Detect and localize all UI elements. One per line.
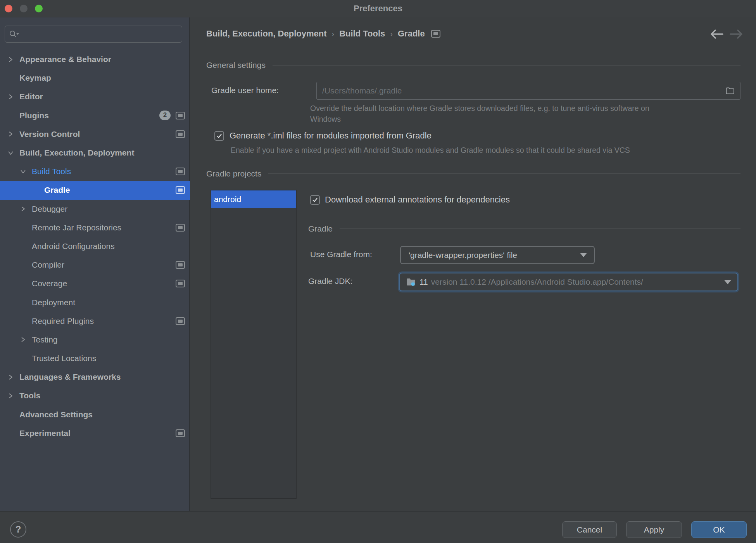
plugins-count-badge: 2 [159,111,171,120]
back-arrow-icon[interactable] [709,28,724,40]
section-rule [268,173,740,174]
sidebar-item-label: Debugger [32,204,67,214]
sidebar-item-experimental[interactable]: Experimental [0,424,190,443]
sidebar-item-compiler[interactable]: Compiler [0,256,190,274]
jdk-folder-icon [406,277,416,287]
use-gradle-from-select[interactable]: 'gradle-wrapper.properties' file [400,246,595,264]
sidebar-item-label: Version Control [19,130,80,139]
chevron-down-icon[interactable] [20,169,32,175]
gradle-user-home-field[interactable] [316,82,740,100]
sidebar-item-label: Coverage [32,279,67,288]
download-annotations-checkbox[interactable] [310,195,320,205]
checkmark-icon [216,133,222,139]
sidebar-item-build-execution-deployment[interactable]: Build, Execution, Deployment [0,144,190,162]
help-button[interactable]: ? [10,521,26,538]
zoom-window-icon[interactable] [35,5,43,12]
sidebar-item-version-control[interactable]: Version Control [0,125,190,144]
gradle-user-home-help-line2: Windows [310,115,341,124]
gradle-jdk-label: Gradle JDK: [308,277,352,286]
sidebar-item-testing[interactable]: Testing [0,330,190,349]
forward-arrow-icon[interactable] [729,28,744,40]
sidebar-item-keymap[interactable]: Keymap [0,69,190,87]
download-annotations-label[interactable]: Download external annotations for depend… [325,195,510,205]
chevron-right-icon[interactable] [8,94,19,100]
cancel-button-label: Cancel [577,525,602,534]
sidebar-item-editor[interactable]: Editor [0,87,190,106]
gradle-user-home-help-line1: Override the default location where Grad… [310,104,649,113]
chevron-right-icon[interactable] [8,131,19,137]
chevron-down-icon [724,280,731,284]
sidebar-item-build-tools[interactable]: Build Tools [0,162,190,181]
sidebar-item-trusted-locations[interactable]: Trusted Locations [0,349,190,368]
chevron-right-icon[interactable] [8,57,19,62]
sidebar-item-label: Appearance & Behavior [19,55,111,64]
gradle-jdk-version: 11 [419,277,428,287]
cancel-button[interactable]: Cancel [562,521,617,538]
minimize-window-icon[interactable] [20,5,28,12]
titlebar: Preferences [0,0,756,17]
sidebar-item-label: Testing [32,335,58,344]
search-icon[interactable] [9,30,19,38]
sidebar-item-label: Tools [19,391,40,400]
settings-window-icon [431,30,440,38]
settings-window-icon [176,130,185,138]
section-title: Gradle projects [206,169,261,178]
ok-button[interactable]: OK [691,521,747,538]
help-button-label: ? [16,524,21,535]
sidebar-item-required-plugins[interactable]: Required Plugins [0,312,190,330]
generate-iml-label[interactable]: Generate *.iml files for modules importe… [230,131,432,141]
traffic-lights [5,5,43,12]
close-window-icon[interactable] [5,5,12,12]
sidebar-item-label: Gradle [44,185,70,195]
section-rule [340,228,740,229]
sidebar-item-label: Experimental [19,429,71,438]
chevron-right-icon[interactable] [8,393,19,399]
section-title: Gradle [308,224,333,233]
chevron-down-icon [580,253,587,257]
gradle-projects-list[interactable]: android [211,190,297,499]
footer-divider [0,511,756,512]
breadcrumb-item-build-tools[interactable]: Build Tools [339,29,385,39]
use-gradle-from-label: Use Gradle from: [310,250,372,259]
settings-search-field[interactable] [5,26,182,43]
section-gradle-projects: Gradle projects [206,169,740,178]
sidebar-item-advanced-settings[interactable]: Advanced Settings [0,405,190,424]
sidebar-item-label: Languages & Frameworks [19,372,121,382]
folder-icon[interactable] [726,87,735,95]
sidebar-item-label: Keymap [19,73,51,83]
chevron-down-icon[interactable] [8,150,19,156]
project-list-item-android[interactable]: android [211,190,296,208]
gradle-user-home-input[interactable] [322,86,726,95]
sidebar-item-deployment[interactable]: Deployment [0,293,190,311]
sidebar-item-label: Build, Execution, Deployment [19,148,134,157]
chevron-right-icon[interactable] [20,337,32,342]
apply-button-label: Apply [644,525,665,534]
settings-tree: Appearance & BehaviorKeymapEditorPlugins… [0,50,190,443]
section-gradle: Gradle [308,224,740,233]
sidebar-item-remote-jar-repositories[interactable]: Remote Jar Repositories [0,218,190,237]
chevron-right-icon[interactable] [20,206,32,212]
apply-button[interactable]: Apply [626,521,682,538]
search-input[interactable] [22,29,182,39]
breadcrumb-item-gradle[interactable]: Gradle [398,29,425,39]
breadcrumb-separator: › [385,29,398,38]
sidebar-item-debugger[interactable]: Debugger [0,200,190,218]
sidebar-item-label: Deployment [32,298,75,307]
settings-window-icon [176,112,185,119]
sidebar-item-plugins[interactable]: Plugins2 [0,106,190,125]
sidebar-item-appearance-behavior[interactable]: Appearance & Behavior [0,50,190,69]
gradle-jdk-select[interactable]: 11 version 11.0.12 /Applications/Android… [399,273,738,291]
sidebar-item-label: Plugins [19,111,49,120]
sidebar-item-gradle[interactable]: Gradle [0,181,190,199]
chevron-right-icon[interactable] [8,374,19,380]
sidebar-item-languages-frameworks[interactable]: Languages & Frameworks [0,368,190,386]
sidebar-item-tools[interactable]: Tools [0,386,190,405]
sidebar-item-android-configurations[interactable]: Android Configurations [0,237,190,256]
breadcrumb-separator: › [326,29,339,38]
generate-iml-checkbox[interactable] [214,131,224,141]
sidebar-item-coverage[interactable]: Coverage [0,274,190,293]
settings-window-icon [176,317,185,325]
breadcrumb-item-build-execution-deployment[interactable]: Build, Execution, Deployment [206,29,326,39]
ok-button-label: OK [713,525,725,534]
use-gradle-from-value: 'gradle-wrapper.properties' file [409,251,517,260]
